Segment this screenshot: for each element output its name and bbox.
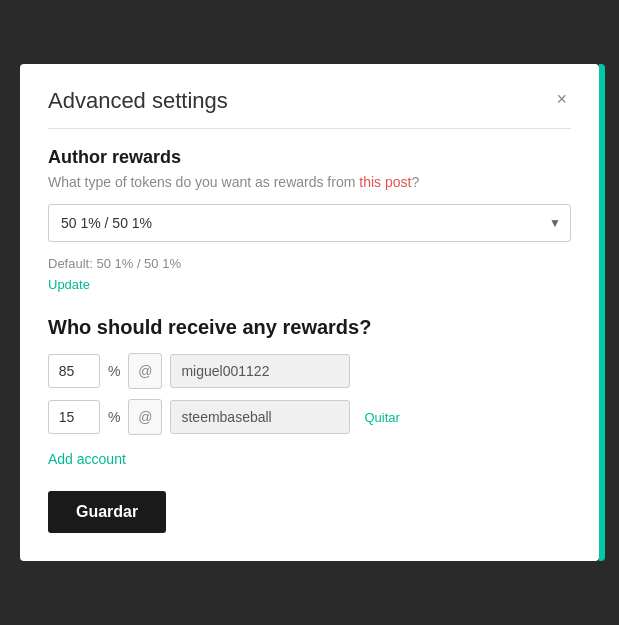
add-account-link[interactable]: Add account — [48, 451, 126, 467]
description-text: What type of tokens do you want as rewar… — [48, 174, 359, 190]
author-rewards-description: What type of tokens do you want as rewar… — [48, 174, 571, 190]
beneficiary-row-1: % @ — [48, 353, 571, 389]
description-end: ? — [411, 174, 419, 190]
remove-beneficiary-link[interactable]: Quitar — [364, 410, 399, 425]
default-value-text: Default: 50 1% / 50 1% — [48, 256, 571, 271]
at-symbol-1: @ — [128, 353, 162, 389]
modal-header: Advanced settings × — [48, 88, 571, 129]
account-input-2[interactable] — [170, 400, 350, 434]
modal-footer: Guardar — [48, 491, 571, 533]
modal-title: Advanced settings — [48, 88, 228, 114]
at-symbol-2: @ — [128, 399, 162, 435]
modal-wrapper: Advanced settings × Author rewards What … — [20, 64, 599, 561]
advanced-settings-modal: Advanced settings × Author rewards What … — [20, 64, 599, 561]
update-link[interactable]: Update — [48, 277, 90, 292]
description-highlight: this post — [359, 174, 411, 190]
author-rewards-title: Author rewards — [48, 147, 571, 168]
close-button[interactable]: × — [552, 88, 571, 110]
save-button[interactable]: Guardar — [48, 491, 166, 533]
percent-label-1: % — [108, 363, 120, 379]
reward-select-wrapper: 50 1% / 50 1% 100% Hive Power 100% Liqui… — [48, 204, 571, 242]
beneficiary-row-2: % @ Quitar — [48, 399, 571, 435]
percent-input-1[interactable] — [48, 354, 100, 388]
reward-type-select[interactable]: 50 1% / 50 1% 100% Hive Power 100% Liqui… — [48, 204, 571, 242]
percent-label-2: % — [108, 409, 120, 425]
modal-accent-border — [599, 64, 605, 561]
author-rewards-section: Author rewards What type of tokens do yo… — [48, 147, 571, 316]
account-input-1[interactable] — [170, 354, 350, 388]
percent-input-2[interactable] — [48, 400, 100, 434]
beneficiaries-section: Who should receive any rewards? % @ % @ … — [48, 316, 571, 491]
beneficiaries-title: Who should receive any rewards? — [48, 316, 571, 339]
